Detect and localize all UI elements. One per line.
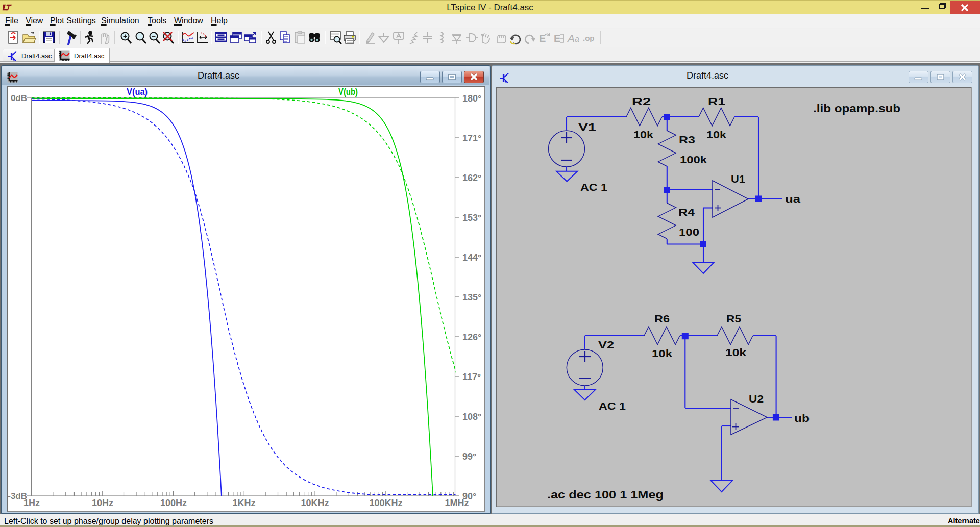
svg-text:AC 1: AC 1 — [580, 182, 607, 193]
svg-text:99°: 99° — [462, 451, 476, 462]
svg-text:108°: 108° — [462, 412, 481, 422]
svg-text:100KHz: 100KHz — [369, 498, 402, 508]
svg-text:AC 1: AC 1 — [599, 400, 626, 412]
svg-text:R5: R5 — [726, 313, 741, 324]
svg-text:V(ub): V(ub) — [338, 87, 358, 97]
svg-text:100k: 100k — [680, 154, 707, 165]
svg-text:117°: 117° — [462, 372, 481, 382]
svg-text:R3: R3 — [679, 134, 695, 145]
svg-text:126°: 126° — [462, 332, 481, 342]
svg-text:.lib opamp.sub: .lib opamp.sub — [813, 102, 900, 115]
svg-text:A: A — [567, 32, 575, 44]
svg-text:R4: R4 — [678, 207, 695, 218]
svg-text:153°: 153° — [462, 213, 481, 223]
svg-text:100: 100 — [679, 227, 699, 238]
svg-text:10k: 10k — [633, 129, 654, 140]
svg-text:100Hz: 100Hz — [160, 498, 187, 508]
svg-text:10k: 10k — [706, 129, 727, 140]
svg-text:ua: ua — [785, 193, 801, 205]
svg-text:0dB: 0dB — [11, 93, 27, 103]
svg-text:10k: 10k — [652, 348, 673, 359]
svg-text:10Hz: 10Hz — [92, 498, 113, 508]
svg-text:90°: 90° — [462, 491, 476, 501]
svg-text:V2: V2 — [598, 339, 614, 350]
svg-text:135°: 135° — [462, 292, 481, 303]
svg-text:180°: 180° — [462, 93, 481, 104]
svg-text:E: E — [539, 33, 546, 44]
svg-text:R1: R1 — [708, 96, 725, 107]
svg-text:V(ua): V(ua) — [127, 87, 148, 97]
svg-text:10k: 10k — [725, 347, 747, 358]
svg-text:.op: .op — [583, 34, 595, 42]
svg-text:10KHz: 10KHz — [301, 498, 329, 508]
svg-text:.ac dec 100 1 1Meg: .ac dec 100 1 1Meg — [547, 488, 664, 501]
svg-text:ub: ub — [794, 413, 810, 424]
svg-text:R6: R6 — [654, 313, 670, 324]
svg-text:1KHz: 1KHz — [232, 498, 255, 508]
svg-text:E: E — [554, 33, 560, 44]
svg-text:U1: U1 — [731, 173, 745, 185]
svg-text:U2: U2 — [749, 393, 764, 405]
svg-text:1Hz: 1Hz — [23, 498, 40, 508]
svg-text:R2: R2 — [632, 96, 651, 107]
svg-text:a: a — [575, 35, 579, 43]
svg-text:V1: V1 — [578, 121, 596, 133]
svg-text:144°: 144° — [462, 253, 481, 263]
svg-text:162°: 162° — [462, 173, 481, 183]
svg-text:171°: 171° — [462, 133, 481, 143]
